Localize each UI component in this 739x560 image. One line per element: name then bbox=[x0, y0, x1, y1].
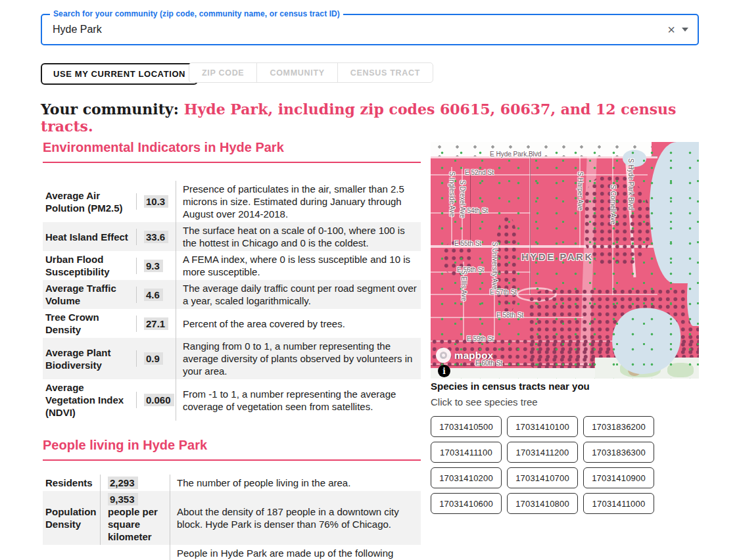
census-tract-button[interactable]: 17031411200 bbox=[507, 442, 578, 463]
street-label: E 59th St bbox=[467, 335, 494, 342]
street-label: S Ingleside Ave bbox=[448, 172, 456, 217]
indicator-description: Ranging from 0 to 1, a number representi… bbox=[176, 338, 421, 379]
people-label: Race and Ethnicity bbox=[43, 545, 100, 560]
tab-community[interactable]: COMMUNITY bbox=[256, 63, 337, 82]
park-pattern bbox=[495, 216, 519, 314]
people-section-title: People living in Hyde Park bbox=[43, 437, 421, 461]
indicator-value: 0.9 bbox=[144, 352, 163, 365]
census-tract-button[interactable]: 17031410200 bbox=[431, 467, 502, 488]
indicator-value: 33.6 bbox=[144, 231, 168, 243]
table-row: Residents 2,293 The number of people liv… bbox=[43, 475, 421, 491]
table-row: Average Plant Biodiversity 0.9 Ranging f… bbox=[43, 338, 421, 379]
table-row: Average Vegetation Index (NDVI) 0.060 Fr… bbox=[43, 379, 421, 421]
street-label: S Hyde Park Blvd bbox=[627, 158, 634, 210]
search-input[interactable] bbox=[42, 24, 667, 35]
indicator-label: Average Traffic Volume bbox=[43, 280, 136, 309]
table-row: Heat Island Effect 33.6 The surface heat… bbox=[43, 222, 421, 251]
park-pattern bbox=[583, 175, 652, 267]
street-label: E 52nd St bbox=[465, 169, 494, 176]
street-label: E 55th St bbox=[454, 240, 481, 247]
street-label: S University Ave bbox=[491, 242, 498, 290]
table-row: Tree Crown Density 27.1 Percent of the a… bbox=[43, 309, 421, 338]
left-column: Environmental Indicators in Hyde Park Av… bbox=[43, 139, 421, 560]
indicator-description: A FEMA index, where 0 is less susceptibl… bbox=[176, 251, 421, 280]
region-label: HYDE PARK bbox=[521, 251, 594, 262]
indicator-label: Average Air Polution (PM2.5) bbox=[43, 181, 136, 222]
table-row: Population Density 9,353 people per squa… bbox=[43, 491, 421, 545]
indicator-label: Heat Island Effect bbox=[43, 222, 136, 251]
indicator-description: The average daily traffic count per road… bbox=[176, 280, 421, 309]
tab-census-tract[interactable]: CENSUS TRACT bbox=[337, 63, 433, 82]
people-value-suffix: people per square kilometer bbox=[108, 506, 158, 542]
indicator-label: Urban Flood Susceptibility bbox=[43, 251, 136, 280]
indicator-description: Percent of the area covered by trees. bbox=[176, 309, 421, 338]
mapbox-logo[interactable]: mapbox bbox=[436, 348, 493, 363]
census-tract-button[interactable]: 17031410600 bbox=[431, 493, 502, 514]
indicator-value: 27.1 bbox=[144, 317, 168, 330]
tab-zip-code[interactable]: ZIP CODE bbox=[189, 63, 256, 82]
indicator-value: 4.6 bbox=[144, 289, 163, 301]
street-label: S Drexel Ave bbox=[459, 180, 466, 218]
street-label: S Cornell Ave bbox=[609, 185, 617, 224]
indicator-value: 9.3 bbox=[144, 260, 163, 272]
env-section-title: Environmental Indicators in Hyde Park bbox=[43, 139, 421, 163]
census-tract-button[interactable]: 17031410800 bbox=[507, 493, 578, 514]
species-subtitle: Click to see species tree bbox=[431, 396, 700, 408]
people-description: People in Hyde Park are made up of the f… bbox=[170, 545, 421, 560]
table-row: Urban Flood Susceptibility 9.3 A FEMA in… bbox=[43, 251, 421, 280]
census-tract-button[interactable]: 17031836300 bbox=[583, 442, 654, 463]
census-tract-grid: 17031410500 17031410100 17031836200 1703… bbox=[431, 416, 700, 514]
census-tract-button[interactable]: 17031410700 bbox=[507, 467, 578, 488]
street-label: S Ellis Ave bbox=[460, 270, 467, 301]
lake-water bbox=[650, 142, 699, 283]
chevron-down-icon[interactable] bbox=[682, 28, 688, 32]
search-mode-tabs: ZIP CODE COMMUNITY CENSUS TRACT bbox=[189, 62, 433, 83]
map-info-button[interactable]: i bbox=[438, 365, 450, 377]
community-map[interactable]: E Hyde Park Blvd E 52nd St E 54th St E 5… bbox=[431, 142, 699, 379]
people-value: 9,353 bbox=[108, 493, 138, 505]
community-search-field: Search for your community (zip code, com… bbox=[41, 14, 699, 45]
table-row: Average Air Polution (PM2.5) 10.3 Presen… bbox=[43, 181, 421, 222]
people-label: Population Density bbox=[43, 491, 100, 545]
census-tract-button[interactable]: 17031410100 bbox=[507, 416, 578, 437]
census-tract-button[interactable]: 17031411000 bbox=[583, 493, 654, 514]
species-panel: Species in census tracts near you Click … bbox=[431, 381, 700, 514]
indicator-value: 10.3 bbox=[144, 195, 168, 208]
search-field-label: Search for your community (zip code, com… bbox=[50, 9, 343, 18]
people-value: 2,293 bbox=[108, 477, 138, 489]
community-summary-prefix: Your community: bbox=[41, 101, 179, 118]
people-description: About the density of 187 people in a dow… bbox=[170, 491, 421, 545]
indicator-label: Tree Crown Density bbox=[43, 309, 136, 338]
indicator-description: Presence of particulates in the air, sma… bbox=[176, 181, 421, 222]
people-description: The number of people living in the area. bbox=[170, 475, 421, 491]
community-summary: Your community:Hyde Park, including zip … bbox=[41, 101, 698, 135]
species-title: Species in census tracts near you bbox=[431, 381, 700, 392]
indicator-description: The surface heat on a scale of 0-100, wh… bbox=[176, 222, 421, 251]
street-label: E Hyde Park Blvd bbox=[490, 151, 541, 158]
clear-icon[interactable]: × bbox=[667, 23, 675, 36]
census-tract-button[interactable]: 17031836200 bbox=[583, 416, 654, 437]
mapbox-icon bbox=[436, 348, 451, 363]
street-label: E 58th St bbox=[496, 312, 523, 319]
census-tract-button[interactable]: 17031410900 bbox=[583, 467, 654, 488]
indicator-description: From -1 to 1, a number representing the … bbox=[176, 379, 421, 421]
table-row: Average Traffic Volume 4.6 The average d… bbox=[43, 280, 421, 309]
census-tract-button[interactable]: 17031410500 bbox=[431, 416, 502, 437]
indicator-value: 0.060 bbox=[144, 394, 174, 406]
people-label: Residents bbox=[43, 475, 100, 491]
lake-water bbox=[687, 267, 699, 326]
pond-water bbox=[623, 150, 646, 167]
table-row: Race and Ethnicity Majority White People… bbox=[43, 545, 421, 560]
census-tract-button[interactable]: 17031411100 bbox=[431, 442, 502, 463]
street-label: S Harper Ave bbox=[577, 172, 584, 210]
people-table: Residents 2,293 The number of people liv… bbox=[43, 475, 421, 560]
indicator-label: Average Plant Biodiversity bbox=[43, 338, 136, 379]
use-current-location-button[interactable]: USE MY CURRENT LOCATION bbox=[41, 63, 198, 85]
env-indicators-table: Average Air Polution (PM2.5) 10.3 Presen… bbox=[43, 181, 421, 421]
indicator-label: Average Vegetation Index (NDVI) bbox=[43, 379, 136, 421]
